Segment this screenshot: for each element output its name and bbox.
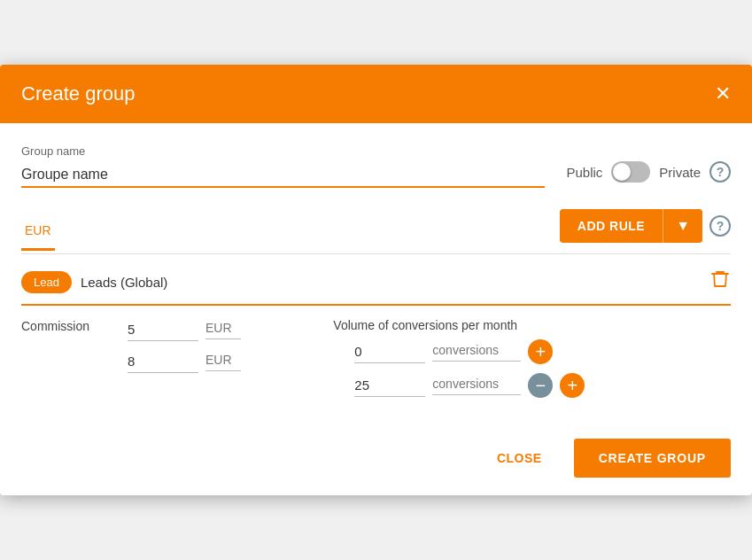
add-rule-button[interactable]: ADD RULE bbox=[560, 209, 663, 243]
rule-header-left: Lead Leads (Global) bbox=[21, 271, 167, 293]
public-label: Public bbox=[566, 165, 602, 180]
rule-section: Lead Leads (Global) Commission bbox=[21, 254, 731, 421]
commission-row-2: EUR bbox=[128, 350, 326, 373]
commission-fields-col: EUR EUR bbox=[128, 318, 326, 382]
conversions-label-1: conversions bbox=[432, 343, 521, 362]
modal-footer: CLOSE CREATE GROUP bbox=[0, 421, 752, 495]
volume-row-2: conversions − + bbox=[333, 373, 731, 398]
add-row-button-1[interactable]: + bbox=[528, 339, 553, 364]
rule-name: Leads (Global) bbox=[81, 275, 167, 290]
modal-body: Group name Public Private ? EUR ADD RULE… bbox=[0, 123, 752, 421]
volume-input-1[interactable] bbox=[354, 340, 425, 363]
lead-badge: Lead bbox=[21, 271, 72, 293]
add-rule-dropdown-button[interactable]: ▼ bbox=[663, 209, 702, 243]
name-visibility-row: Group name Public Private ? bbox=[21, 144, 731, 188]
add-row-button-2[interactable]: + bbox=[560, 373, 585, 398]
rule-header: Lead Leads (Global) bbox=[21, 268, 731, 306]
close-icon[interactable]: ✕ bbox=[715, 84, 731, 104]
visibility-help-icon[interactable]: ? bbox=[709, 161, 731, 183]
tabs-action-row: EUR ADD RULE ▼ ? bbox=[21, 209, 731, 254]
add-rule-help-icon[interactable]: ? bbox=[709, 215, 731, 237]
delete-rule-icon[interactable] bbox=[709, 268, 731, 295]
create-group-button[interactable]: CREATE GROUP bbox=[574, 439, 731, 478]
volume-col: Volume of conversions per month conversi… bbox=[326, 318, 731, 407]
currency-label-2: EUR bbox=[205, 353, 241, 371]
commission-label: Commission bbox=[21, 307, 89, 333]
conversions-label-2: conversions bbox=[432, 377, 521, 395]
private-label: Private bbox=[659, 165, 701, 180]
create-group-modal: Create group ✕ Group name Public Private… bbox=[0, 65, 752, 495]
group-name-input[interactable] bbox=[21, 163, 545, 188]
group-name-section: Group name bbox=[21, 144, 545, 188]
add-rule-section: ADD RULE ▼ ? bbox=[560, 209, 731, 253]
commission-volume-columns: Commission EUR EUR Volume of conversio bbox=[21, 318, 731, 407]
volume-row-1: conversions + bbox=[333, 339, 731, 364]
commission-amount-1[interactable] bbox=[128, 318, 198, 341]
visibility-section: Public Private ? bbox=[566, 161, 731, 188]
commission-row-1: EUR bbox=[128, 318, 326, 341]
modal-header: Create group ✕ bbox=[0, 65, 752, 123]
volume-input-2[interactable] bbox=[354, 374, 425, 397]
commission-label-col: Commission bbox=[21, 318, 128, 334]
visibility-toggle[interactable] bbox=[611, 161, 650, 183]
currency-label-1: EUR bbox=[205, 321, 241, 339]
modal-title: Create group bbox=[21, 82, 135, 105]
group-name-label: Group name bbox=[21, 144, 545, 158]
tab-eur[interactable]: EUR bbox=[21, 213, 55, 251]
commission-amount-2[interactable] bbox=[128, 350, 198, 373]
add-rule-combined: ADD RULE ▼ bbox=[560, 209, 702, 243]
close-button[interactable]: CLOSE bbox=[483, 442, 556, 474]
volume-header: Volume of conversions per month bbox=[333, 318, 731, 332]
remove-row-button-2[interactable]: − bbox=[528, 373, 553, 398]
